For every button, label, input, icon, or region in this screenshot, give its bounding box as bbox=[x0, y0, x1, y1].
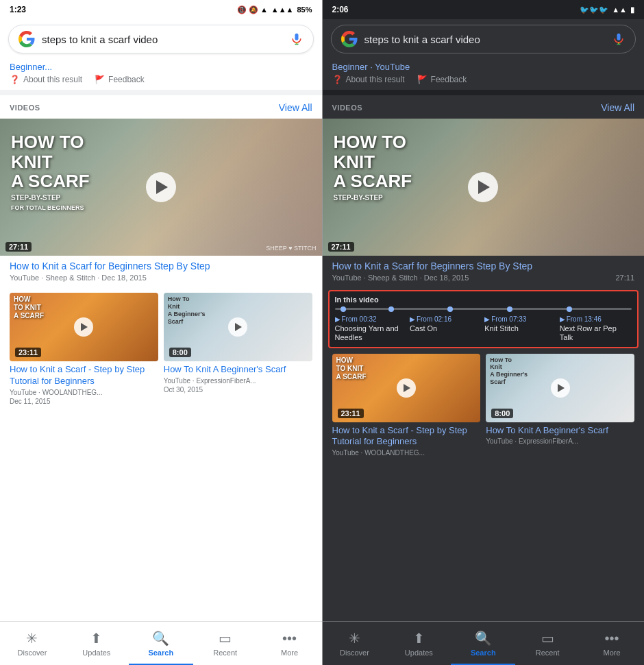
main-video-title-left[interactable]: How to Knit a Scarf for Beginners Step B… bbox=[10, 260, 312, 272]
main-video-thumb-right[interactable]: HOW TO KNIT A SCARF STEP-BY-STEP 27:11 bbox=[323, 119, 645, 256]
time-right: 2:06 bbox=[332, 5, 349, 14]
nav-discover-left[interactable]: ✳ Discover bbox=[0, 622, 64, 665]
nav-discover-label-right: Discover bbox=[340, 649, 369, 657]
nav-recent-left[interactable]: ▭ Recent bbox=[193, 622, 258, 665]
twitter-icons: 🐦🐦🐦 bbox=[580, 5, 608, 14]
timeline-dot-1 bbox=[388, 306, 394, 312]
videos-label-left: VIDEOS bbox=[10, 104, 40, 112]
view-all-left[interactable]: View All bbox=[279, 102, 312, 113]
status-icons-right: 🐦🐦🐦 ▲▲ ▮ bbox=[580, 5, 634, 14]
chapter-3-name: Next Row ar Pep Talk bbox=[560, 324, 632, 342]
nav-recent-right[interactable]: ▭ Recent bbox=[515, 622, 580, 665]
feedback-btn-right[interactable]: 🚩 Feedback bbox=[417, 75, 467, 84]
chapter-0-time: ▶ From 00:32 bbox=[335, 315, 407, 323]
notification-icons: 📵 🔕 ▲ bbox=[237, 5, 268, 14]
small-title-1-right[interactable]: How to Knit a Scarf - Step by Step Tutor… bbox=[332, 425, 481, 448]
nav-more-left[interactable]: ••• More bbox=[258, 622, 322, 665]
small-title-2-right[interactable]: How To Knit A Beginner's Scarf bbox=[486, 425, 634, 437]
search-icon-right: 🔍 bbox=[475, 630, 492, 646]
chapter-0-name: Choosing Yarn and Needles bbox=[335, 324, 407, 342]
nav-recent-label-right: Recent bbox=[536, 649, 560, 657]
small-title-1-left[interactable]: How to Knit a Scarf - Step by Step Tutor… bbox=[10, 364, 158, 387]
chapter-2-time: ▶ From 07:33 bbox=[484, 315, 556, 323]
nav-updates-right[interactable]: ⬆ Updates bbox=[386, 622, 451, 665]
search-container-left: steps to knit a scarf video bbox=[0, 19, 322, 60]
chapter-0[interactable]: ▶ From 00:32 Choosing Yarn and Needles bbox=[335, 315, 407, 342]
chapter-3-time: ▶ From 13:46 bbox=[560, 315, 632, 323]
search-bar-right[interactable]: steps to knit a scarf video bbox=[331, 25, 636, 53]
small-play-1-right[interactable] bbox=[397, 378, 416, 398]
chapter-1-time: ▶ From 02:16 bbox=[410, 315, 482, 323]
in-this-video-section: In this video ▶ From 00:32 Choosing Yarn… bbox=[328, 290, 639, 348]
small-play-2-right[interactable] bbox=[551, 378, 570, 398]
search-query-right: steps to knit a scarf video bbox=[364, 34, 606, 45]
in-this-video-label: In this video bbox=[335, 295, 632, 304]
small-play-2-left[interactable] bbox=[228, 317, 247, 337]
brand-badge-left: SHEEP ♥ STITCH bbox=[266, 245, 316, 252]
google-logo-right bbox=[341, 31, 358, 47]
mic-icon-right[interactable] bbox=[612, 32, 626, 46]
nav-updates-label-right: Updates bbox=[405, 649, 433, 657]
svg-rect-0 bbox=[295, 34, 298, 40]
chapter-1[interactable]: ▶ From 02:16 Cast On bbox=[410, 315, 482, 342]
main-video-info-left: How to Knit a Scarf for Beginners Step B… bbox=[0, 256, 322, 287]
mic-icon-left[interactable] bbox=[290, 32, 304, 46]
small-video-1-left: HOWTO KNITA SCARF 23:11 How to Knit a Sc… bbox=[10, 293, 158, 405]
play-btn-main-right[interactable] bbox=[468, 172, 498, 202]
main-video-title-right[interactable]: How to Knit a Scarf for Beginners Step B… bbox=[332, 260, 635, 272]
small-play-1-left[interactable] bbox=[74, 317, 93, 337]
left-panel: 1:23 📵 🔕 ▲ ▲▲▲ 85% steps to knit a scarf… bbox=[0, 0, 322, 665]
google-logo-left bbox=[18, 31, 35, 47]
updates-icon-right: ⬆ bbox=[413, 630, 425, 646]
nav-more-right[interactable]: ••• More bbox=[580, 622, 644, 665]
videos-header-left: VIDEOS View All bbox=[0, 95, 322, 119]
bottom-nav-right: ✳ Discover ⬆ Updates 🔍 Search ▭ Recent •… bbox=[323, 621, 645, 665]
chapter-2[interactable]: ▶ From 07:33 Knit Stitch bbox=[484, 315, 556, 342]
nav-discover-right[interactable]: ✳ Discover bbox=[323, 622, 387, 665]
flag-icon-left: 🚩 bbox=[95, 75, 105, 84]
status-bar-right: 2:06 🐦🐦🐦 ▲▲ ▮ bbox=[323, 0, 645, 19]
play-btn-main-left[interactable] bbox=[146, 172, 176, 202]
small-thumb-text-1-right: HOWTO KNITA SCARF bbox=[336, 356, 367, 381]
status-bar-left: 1:23 📵 🔕 ▲ ▲▲▲ 85% bbox=[0, 0, 322, 19]
small-duration-1-right: 23:11 bbox=[338, 409, 364, 418]
nav-search-right[interactable]: 🔍 Search bbox=[451, 622, 515, 665]
breadcrumb-left[interactable]: Beginner... bbox=[0, 62, 322, 75]
about-btn-right[interactable]: ❓ About this result bbox=[332, 75, 405, 84]
search-bar-left[interactable]: steps to knit a scarf video bbox=[8, 25, 314, 53]
chapter-2-name: Knit Stitch bbox=[484, 324, 556, 333]
small-meta-1-right: YouTube · WOOLANDTHEG... bbox=[332, 449, 481, 457]
videos-section-right: VIDEOS View All HOW TO KNIT A SCARF STEP… bbox=[323, 95, 645, 621]
small-thumb-1-right[interactable]: HOWTO KNITA SCARF 23:11 bbox=[332, 354, 481, 422]
timeline-dot-2 bbox=[447, 306, 453, 312]
more-icon-right: ••• bbox=[605, 631, 619, 646]
nav-recent-label-left: Recent bbox=[213, 649, 237, 657]
main-video-meta-right: YouTube · Sheep & Stitch · Dec 18, 2015 … bbox=[332, 274, 635, 282]
timeline-dot-0 bbox=[340, 306, 346, 312]
above-result-right: Beginner · YouTube ❓ About this result 🚩… bbox=[323, 60, 645, 90]
flag-icon-right: 🚩 bbox=[417, 75, 428, 84]
breadcrumb-right[interactable]: Beginner · YouTube bbox=[323, 62, 645, 75]
timeline-dot-3 bbox=[507, 306, 512, 312]
videos-section-left: VIDEOS View All HOW TO KNIT A SCARF STEP… bbox=[0, 95, 322, 621]
about-btn-left[interactable]: ❓ About this result bbox=[10, 75, 82, 84]
small-duration-2-right: 8:00 bbox=[491, 409, 513, 418]
feedback-btn-left[interactable]: 🚩 Feedback bbox=[95, 75, 145, 84]
question-icon-left: ❓ bbox=[10, 75, 20, 84]
small-title-2-left[interactable]: How To Knit A Beginner's Scarf bbox=[164, 364, 312, 376]
timeline-bar bbox=[335, 308, 632, 310]
small-video-1-right: HOWTO KNITA SCARF 23:11 How to Knit a Sc… bbox=[332, 354, 481, 457]
small-duration-1-left: 23:11 bbox=[15, 348, 41, 357]
small-thumb-1-left[interactable]: HOWTO KNITA SCARF 23:11 bbox=[10, 293, 158, 361]
small-thumb-text-2-right: How ToKnitA Beginner'sScarf bbox=[490, 356, 528, 386]
nav-search-left[interactable]: 🔍 Search bbox=[129, 622, 193, 665]
main-video-thumb-left[interactable]: HOW TO KNIT A SCARF STEP-BY-STEP FOR TOT… bbox=[0, 119, 322, 256]
status-icons-left: 📵 🔕 ▲ ▲▲▲ 85% bbox=[237, 5, 312, 14]
duration-badge-left: 27:11 bbox=[5, 242, 32, 252]
small-thumb-2-left[interactable]: How ToKnitA Beginner'sScarf 8:00 bbox=[164, 293, 312, 361]
small-meta-2-left: YouTube · ExpressionFiberA... bbox=[164, 377, 312, 385]
small-thumb-2-right[interactable]: How ToKnitA Beginner'sScarf 8:00 bbox=[486, 354, 634, 422]
chapter-3[interactable]: ▶ From 13:46 Next Row ar Pep Talk bbox=[560, 315, 632, 342]
view-all-right[interactable]: View All bbox=[601, 102, 634, 113]
nav-updates-left[interactable]: ⬆ Updates bbox=[64, 622, 129, 665]
